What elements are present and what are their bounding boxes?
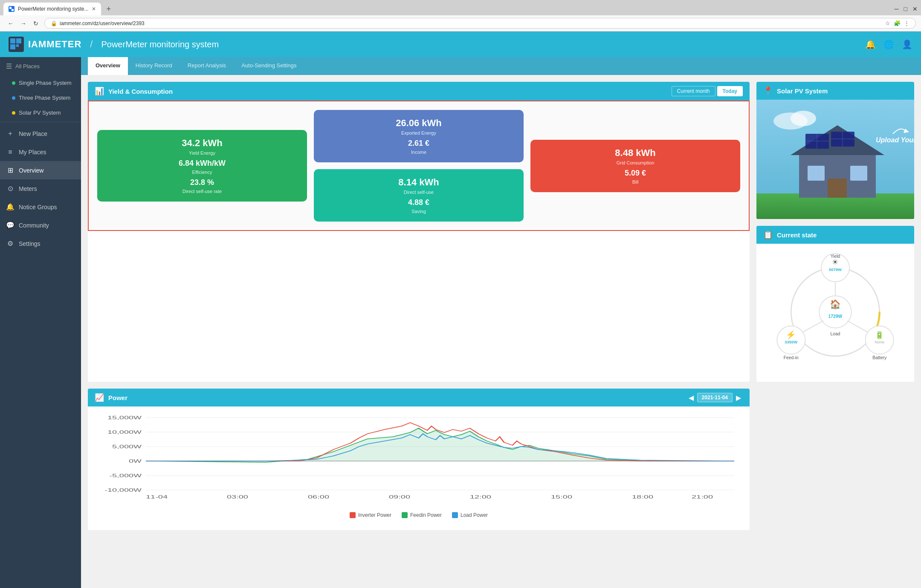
new-place-label: New Place: [19, 130, 47, 137]
tab-history-record[interactable]: History Record: [128, 57, 180, 75]
bell-icon: 🔔: [6, 203, 14, 211]
meters-label: Meters: [19, 185, 37, 192]
svg-text:3350W: 3350W: [785, 340, 797, 344]
income-value: 2.61 €: [321, 139, 517, 148]
tab-auto-sending[interactable]: Auto-Sending Settings: [234, 57, 304, 75]
efficiency-label: Efficiency: [104, 170, 300, 175]
url-box[interactable]: 🔒 iammeter.com/dz/user/overview/2393 ☆ 🧩…: [44, 18, 916, 29]
my-places-label: My Places: [19, 149, 46, 156]
solar-pv-card: 📍 Solar PV System: [756, 82, 914, 219]
sidebar-item-single-phase[interactable]: Single Phase System: [0, 75, 81, 90]
meters-icon: ⊙: [6, 184, 14, 193]
svg-text:Yield: Yield: [831, 254, 840, 259]
forward-button[interactable]: →: [18, 19, 29, 28]
browser-chrome: PowerMeter monitoring syste... ✕ + ─ □ ✕…: [0, 0, 921, 32]
svg-text:Feed-in: Feed-in: [784, 355, 799, 360]
svg-text:Load: Load: [830, 331, 840, 336]
settings-label: Settings: [19, 240, 41, 247]
self-use-rate-value: 23.8 %: [104, 178, 300, 187]
bill-label: Bill: [537, 179, 733, 184]
app-body: ☰ All Places Single Phase System Three P…: [0, 57, 921, 588]
yield-content: 34.2 kWh Yield Energy 6.84 kWh/kW Effici…: [88, 101, 750, 231]
minimize-button[interactable]: ─: [895, 6, 899, 12]
legend-load: Load Power: [452, 512, 488, 518]
exported-label: Exported Energy: [321, 130, 517, 135]
yield-toggle: Current month Today: [672, 86, 743, 96]
current-state-card: 📋 Current state 🏠: [756, 226, 914, 382]
sidebar-all-places[interactable]: ☰ All Places: [0, 57, 81, 75]
svg-rect-2: [10, 38, 15, 43]
svg-text:12:00: 12:00: [470, 495, 491, 499]
notification-icon[interactable]: 🔔: [865, 39, 876, 49]
back-button[interactable]: ←: [5, 19, 16, 28]
yield-energy-value: 34.2 kWh: [104, 138, 300, 149]
yield-card-header: 📊 Yield & Consumption Current month Toda…: [88, 82, 750, 101]
right-column: 📍 Solar PV System: [756, 82, 914, 382]
sidebar-settings[interactable]: ⚙ Settings: [0, 234, 81, 253]
url-action-icons: ☆ 🧩 ⋮: [885, 20, 909, 26]
plus-icon: ＋: [6, 129, 14, 138]
exported-energy-card: 26.06 kWh Exported Energy 2.61 € Income: [314, 110, 524, 162]
svg-text:0W: 0W: [129, 459, 142, 464]
inverter-legend-color: [350, 512, 356, 518]
svg-rect-13: [850, 166, 867, 181]
date-next-button[interactable]: ▶: [734, 394, 743, 402]
bookmark-icon[interactable]: ☆: [885, 20, 890, 26]
tab-overview[interactable]: Overview: [88, 57, 128, 75]
sidebar-item-three-phase[interactable]: Three Phase System: [0, 90, 81, 105]
svg-rect-1: [12, 9, 14, 11]
community-label: Community: [19, 222, 49, 229]
new-tab-button[interactable]: +: [103, 5, 114, 14]
toggle-today[interactable]: Today: [717, 86, 743, 96]
tab-close-button[interactable]: ✕: [92, 6, 96, 12]
yield-grid: 34.2 kWh Yield Energy 6.84 kWh/kW Effici…: [97, 110, 740, 222]
logo-icon: [9, 37, 24, 52]
sidebar: ☰ All Places Single Phase System Three P…: [0, 57, 81, 588]
svg-point-8: [791, 111, 816, 126]
svg-rect-4: [10, 44, 15, 49]
header-icons: 🔔 🌐 👤: [865, 39, 912, 49]
sidebar-new-place[interactable]: ＋ New Place: [0, 124, 81, 143]
notice-groups-label: Notice Groups: [19, 204, 57, 210]
refresh-button[interactable]: ↻: [31, 19, 41, 28]
settings-icon: ⚙: [6, 239, 14, 248]
sidebar-community[interactable]: 💬 Community: [0, 216, 81, 234]
app-header: IAMMETER / PowerMeter monitoring system …: [0, 32, 921, 57]
saving-value: 4.88 €: [321, 198, 517, 207]
sidebar-my-places[interactable]: ≡ My Places: [0, 143, 81, 161]
svg-rect-12: [808, 166, 825, 181]
svg-text:21:00: 21:00: [692, 495, 713, 499]
sidebar-meters[interactable]: ⊙ Meters: [0, 179, 81, 198]
browser-tab[interactable]: PowerMeter monitoring syste... ✕: [3, 3, 101, 15]
toggle-current-month[interactable]: Current month: [672, 86, 715, 96]
svg-text:5,000W: 5,000W: [112, 444, 142, 449]
sidebar-overview[interactable]: ⊞ Overview: [0, 161, 81, 179]
date-prev-button[interactable]: ◀: [687, 394, 695, 402]
svg-text:09:00: 09:00: [389, 495, 410, 499]
three-phase-dot: [12, 96, 15, 100]
tab-favicon: [9, 6, 14, 12]
close-window-button[interactable]: ✕: [912, 6, 918, 12]
tab-report-analysis[interactable]: Report Analysis: [180, 57, 234, 75]
language-icon[interactable]: 🌐: [883, 39, 894, 49]
direct-self-use-label: Direct self-use: [321, 190, 517, 195]
main-content: Overview History Record Report Analysis …: [81, 57, 921, 588]
sidebar-item-solar-pv[interactable]: Solar PV System: [0, 105, 81, 120]
power-header-title: 📈 Power: [95, 393, 683, 402]
svg-text:🔋: 🔋: [875, 331, 884, 340]
sidebar-notice-groups[interactable]: 🔔 Notice Groups: [0, 198, 81, 216]
maximize-button[interactable]: □: [904, 6, 907, 12]
menu-icon[interactable]: ⋮: [904, 20, 909, 26]
tab-label: PowerMeter monitoring syste...: [18, 6, 88, 12]
user-icon[interactable]: 👤: [902, 39, 912, 49]
svg-text:06:00: 06:00: [308, 495, 329, 499]
svg-text:10,000W: 10,000W: [107, 430, 142, 435]
inverter-legend-label: Inverter Power: [358, 512, 391, 518]
svg-text:🏠: 🏠: [830, 299, 841, 310]
solar-pv-header: 📍 Solar PV System: [756, 82, 914, 100]
yield-center-column: 26.06 kWh Exported Energy 2.61 € Income …: [314, 110, 524, 222]
extensions-icon[interactable]: 🧩: [894, 20, 901, 26]
power-card-header: 📈 Power ◀ 2021-11-04 ▶: [88, 389, 750, 406]
tabs-bar: Overview History Record Report Analysis …: [81, 57, 921, 75]
svg-text:11-04: 11-04: [146, 495, 168, 499]
